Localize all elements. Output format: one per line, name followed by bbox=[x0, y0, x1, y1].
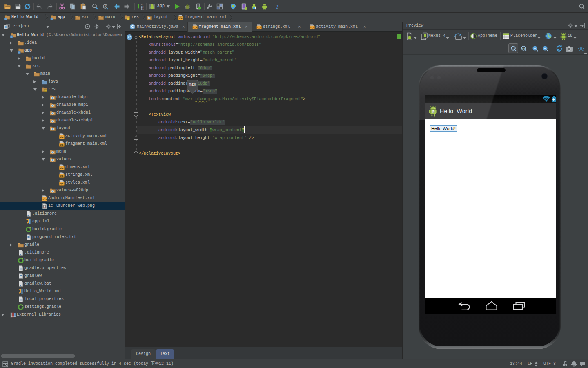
svg-text:1:1: 1:1 bbox=[522, 47, 526, 50]
svg-text:?: ? bbox=[276, 4, 279, 10]
svg-text:01: 01 bbox=[141, 8, 144, 10]
svg-text:A: A bbox=[104, 5, 106, 8]
